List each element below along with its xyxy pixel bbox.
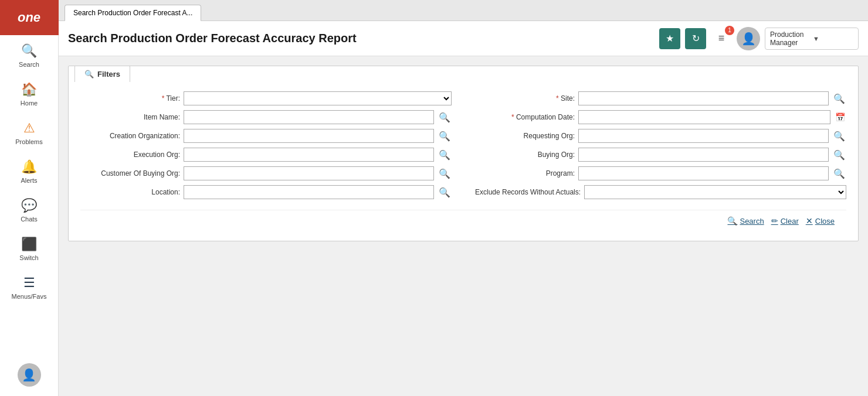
warning-icon: ⚠ — [23, 121, 35, 136]
requesting-org-row: Requesting Org: 🔍 — [475, 129, 846, 143]
tier-select[interactable]: Option 1 Option 2 — [184, 91, 452, 105]
item-name-input[interactable] — [184, 110, 434, 124]
filter-actions: 🔍 Search ✏ Clear ✕ Close — [80, 210, 846, 231]
sidebar-item-avatar[interactable]: 👤 — [0, 355, 58, 396]
header-actions: ★ ↻ ≡ 1 👤 Production Manager ▼ — [659, 27, 859, 50]
filter-icon: 🔍 — [84, 70, 94, 78]
customer-buying-org-input[interactable] — [184, 166, 434, 180]
buying-org-search-icon[interactable]: 🔍 — [832, 149, 846, 161]
tier-label: * Tier: — [80, 94, 180, 103]
right-column: * Site: 🔍 * Computation Date: 📅 — [475, 91, 846, 204]
app-logo[interactable]: one — [0, 0, 59, 35]
computation-date-row: * Computation Date: 📅 — [475, 110, 846, 124]
refresh-icon: ↻ — [692, 33, 700, 44]
customer-buying-org-row: Customer Of Buying Org: 🔍 — [80, 166, 452, 180]
search-button[interactable]: 🔍 Search — [727, 216, 764, 226]
location-search-icon[interactable]: 🔍 — [438, 187, 452, 198]
buying-org-label: Buying Org: — [475, 151, 575, 159]
location-label: Location: — [80, 188, 180, 196]
chevron-down-icon: ▼ — [813, 35, 853, 42]
computation-date-input[interactable] — [578, 110, 830, 124]
execution-org-label: Execution Org: — [80, 151, 180, 159]
search-action-icon: 🔍 — [727, 216, 737, 226]
star-icon: ★ — [666, 33, 674, 44]
form-grid: * Tier: Option 1 Option 2 — [80, 91, 846, 204]
location-input[interactable] — [184, 185, 434, 199]
execution-org-input[interactable] — [184, 148, 434, 162]
main-content: Search Production Order Forecast A... Se… — [59, 0, 868, 396]
program-input[interactable] — [578, 166, 829, 180]
execution-org-row: Execution Org: 🔍 — [80, 148, 452, 162]
program-search-icon[interactable]: 🔍 — [832, 168, 846, 179]
buying-org-row: Buying Org: 🔍 — [475, 148, 846, 162]
computation-date-label: * Computation Date: — [475, 113, 575, 121]
tab-bar: Search Production Order Forecast A... — [59, 0, 868, 21]
sidebar-item-search[interactable]: 🔍 Search — [0, 35, 58, 74]
tier-row: * Tier: Option 1 Option 2 — [80, 91, 452, 105]
page-title: Search Production Order Forecast Accurac… — [68, 32, 659, 45]
filter-body: * Tier: Option 1 Option 2 — [69, 82, 858, 241]
buying-org-input[interactable] — [578, 148, 829, 162]
header-avatar[interactable]: 👤 — [737, 27, 760, 50]
tab-search-forecast[interactable]: Search Production Order Forecast A... — [65, 5, 201, 21]
creation-org-label: Creation Organization: — [80, 132, 180, 140]
menu-button[interactable]: ≡ 1 — [711, 28, 732, 49]
requesting-org-search-icon[interactable]: 🔍 — [832, 131, 846, 142]
creation-org-search-icon[interactable]: 🔍 — [438, 131, 452, 142]
customer-buying-org-search-icon[interactable]: 🔍 — [438, 168, 452, 179]
site-label: * Site: — [475, 94, 575, 103]
program-row: Program: 🔍 — [475, 166, 846, 180]
creation-org-row: Creation Organization: 🔍 — [80, 129, 452, 143]
clear-button[interactable]: ✏ Clear — [771, 216, 799, 226]
sidebar-item-problems[interactable]: ⚠ Problems — [0, 112, 58, 151]
requesting-org-input[interactable] — [578, 129, 829, 143]
user-dropdown[interactable]: Production Manager ▼ — [765, 28, 859, 50]
sidebar-item-alerts[interactable]: 🔔 Alerts — [0, 151, 58, 190]
site-input[interactable] — [578, 91, 829, 105]
filters-tab[interactable]: 🔍 Filters — [74, 66, 130, 82]
page-content: 🔍 Filters * Tier: — [59, 56, 868, 396]
sidebar-item-chats[interactable]: 💬 Chats — [0, 190, 58, 228]
menu-icon: ☰ — [23, 275, 35, 291]
bell-icon: 🔔 — [21, 159, 37, 175]
username-label: Production Manager — [770, 30, 811, 47]
refresh-button[interactable]: ↻ — [685, 28, 706, 49]
search-icon: 🔍 — [21, 43, 37, 59]
creation-org-input[interactable] — [184, 129, 434, 143]
requesting-org-label: Requesting Org: — [475, 132, 575, 140]
item-name-search-icon[interactable]: 🔍 — [438, 112, 452, 123]
program-label: Program: — [475, 169, 575, 177]
calendar-icon[interactable]: 📅 — [834, 112, 846, 122]
site-row: * Site: 🔍 — [475, 91, 846, 105]
sidebar-item-switch[interactable]: ⬛ Switch — [0, 228, 58, 267]
sidebar-item-home[interactable]: 🏠 Home — [0, 74, 58, 112]
notification-badge: 1 — [725, 26, 734, 35]
customer-buying-org-label: Customer Of Buying Org: — [80, 169, 180, 177]
home-icon: 🏠 — [21, 82, 37, 97]
hamburger-icon: ≡ — [718, 32, 725, 45]
switch-icon: ⬛ — [21, 237, 37, 252]
site-search-icon[interactable]: 🔍 — [832, 93, 846, 104]
exclude-records-select[interactable]: Yes No — [584, 185, 846, 199]
sidebar-item-menus[interactable]: ☰ Menus/Favs — [0, 267, 58, 306]
execution-org-search-icon[interactable]: 🔍 — [438, 149, 452, 161]
location-row: Location: 🔍 — [80, 185, 452, 199]
exclude-records-label: Exclude Records Without Actuals: — [475, 188, 581, 196]
clear-icon: ✏ — [771, 216, 778, 226]
favorite-button[interactable]: ★ — [659, 28, 680, 49]
notifications-wrapper: ≡ 1 — [711, 28, 732, 49]
filter-panel: 🔍 Filters * Tier: — [68, 66, 859, 241]
chat-icon: 💬 — [21, 198, 37, 213]
exclude-records-row: Exclude Records Without Actuals: Yes No — [475, 185, 846, 199]
user-avatar: 👤 — [18, 363, 41, 387]
close-icon: ✕ — [806, 216, 813, 226]
page-header: Search Production Order Forecast Accurac… — [59, 21, 868, 56]
item-name-row: Item Name: 🔍 — [80, 110, 452, 124]
left-column: * Tier: Option 1 Option 2 — [80, 91, 452, 204]
item-name-label: Item Name: — [80, 113, 180, 121]
close-button[interactable]: ✕ Close — [806, 216, 835, 226]
sidebar: one 🔍 Search 🏠 Home ⚠ Problems 🔔 Alerts … — [0, 0, 59, 396]
